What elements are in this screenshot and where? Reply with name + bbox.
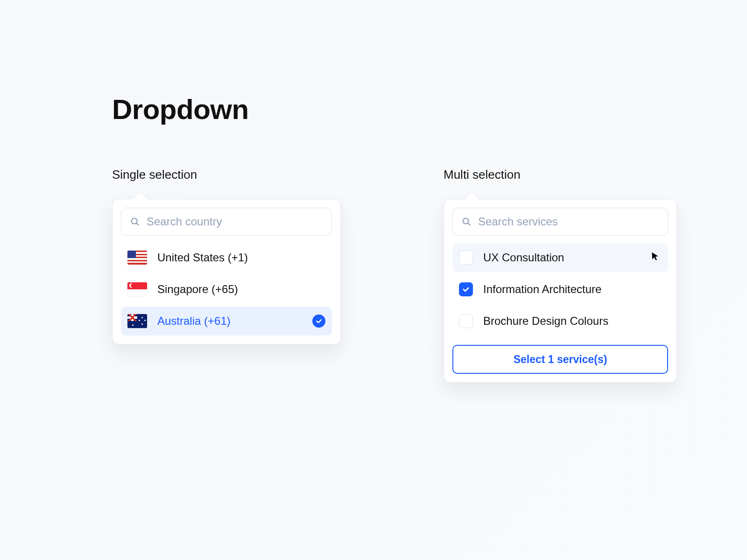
country-option-au[interactable]: Australia (+61): [121, 307, 332, 336]
service-option-label: Brochure Design Colours: [483, 315, 662, 328]
services-option-list: UX Consultation Information Architecture…: [452, 243, 668, 336]
country-search-input[interactable]: [147, 215, 323, 228]
selected-check-icon: [312, 315, 325, 328]
country-option-us[interactable]: United States (+1): [121, 243, 332, 272]
search-icon: [461, 217, 472, 227]
select-services-button[interactable]: Select 1 service(s): [452, 345, 668, 374]
services-search-box[interactable]: [452, 208, 668, 236]
country-option-label: United States (+1): [157, 251, 325, 264]
page-title: Dropdown: [112, 93, 677, 126]
cursor-icon: [650, 252, 660, 261]
service-option-ux[interactable]: UX Consultation: [452, 243, 668, 272]
multi-dropdown-panel: UX Consultation Information Architecture…: [444, 199, 677, 383]
country-option-list: United States (+1) Singapore (+65): [121, 243, 332, 336]
svg-line-1: [136, 223, 138, 225]
service-option-ia[interactable]: Information Architecture: [452, 275, 668, 304]
svg-line-3: [468, 223, 470, 225]
multi-section-label: Multi selection: [444, 168, 677, 182]
country-option-label: Singapore (+65): [157, 283, 325, 296]
flag-sg-icon: [127, 282, 147, 296]
country-option-label: Australia (+61): [157, 315, 302, 328]
checkbox-unchecked-icon[interactable]: [459, 314, 473, 328]
service-option-label: Information Architecture: [483, 283, 662, 296]
search-icon: [130, 217, 140, 227]
country-search-box[interactable]: [121, 208, 332, 236]
checkbox-unchecked-icon[interactable]: [459, 251, 473, 265]
single-section-label: Single selection: [112, 168, 341, 182]
country-option-sg[interactable]: Singapore (+65): [121, 275, 332, 304]
flag-au-icon: [127, 314, 147, 328]
single-dropdown-panel: United States (+1) Singapore (+65): [112, 199, 341, 344]
service-option-label: UX Consultation: [483, 251, 662, 264]
checkbox-checked-icon[interactable]: [459, 282, 473, 296]
flag-us-icon: [127, 251, 147, 265]
service-option-brochure[interactable]: Brochure Design Colours: [452, 307, 668, 336]
services-search-input[interactable]: [478, 215, 659, 228]
